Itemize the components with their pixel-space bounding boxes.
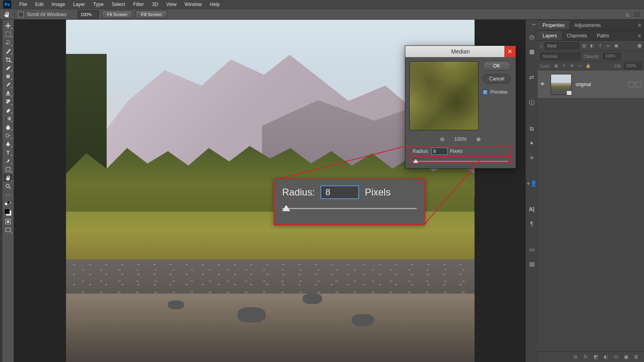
foreground-background-colors[interactable] (4, 208, 12, 217)
filter-adjust-icon[interactable]: ◐ (589, 43, 595, 49)
slider-thumb-icon[interactable] (413, 158, 418, 163)
filter-shape-icon[interactable]: ▭ (605, 43, 611, 49)
info-panel-icon[interactable]: ⓘ (528, 99, 535, 107)
menu-edit[interactable]: Edit (31, 2, 47, 7)
zoom-tool[interactable] (4, 183, 12, 190)
filter-vis-icon[interactable] (636, 82, 642, 87)
menu-view[interactable]: View (162, 2, 181, 7)
fit-screen-button[interactable]: Fit Screen (102, 10, 132, 19)
adjustment-layer-icon[interactable]: ◐ (604, 354, 610, 360)
workspace-switcher-button[interactable] (633, 11, 642, 18)
brush-tool[interactable] (4, 81, 12, 88)
swatches-panel-icon[interactable]: ▦ (528, 48, 535, 55)
opacity-input[interactable]: 100% (603, 53, 621, 60)
menu-filter[interactable]: Filter (129, 2, 148, 7)
tab-channels[interactable]: Channels (562, 31, 592, 40)
menu-help[interactable]: Help (206, 2, 224, 7)
smart-filter-badge-icon[interactable] (629, 82, 634, 87)
radius-input[interactable] (431, 148, 448, 155)
group-icon[interactable]: 🗀 (614, 354, 620, 360)
layer-row[interactable]: 👁 original (538, 70, 644, 99)
shape-tool[interactable] (4, 166, 12, 173)
screenmode-tool[interactable] (4, 226, 12, 234)
fill-screen-button[interactable]: Fill Screen (136, 10, 167, 19)
marquee-tool[interactable] (4, 31, 12, 38)
type-tool[interactable]: T (4, 149, 12, 156)
radius-slider[interactable] (409, 158, 512, 163)
search-icon[interactable]: ⌕ (626, 11, 630, 18)
lock-transparent-icon[interactable]: ▦ (553, 63, 559, 69)
gradient-tool[interactable] (4, 115, 12, 122)
lock-position-icon[interactable]: ✥ (569, 63, 575, 69)
pen-tool[interactable] (4, 140, 12, 148)
filter-preview-thumbnail[interactable] (409, 61, 479, 130)
menu-type[interactable]: Type (89, 2, 107, 7)
layer-name[interactable]: original (576, 82, 591, 87)
tab-layers[interactable]: Layers (538, 31, 562, 40)
notes-panel-icon[interactable]: ▤ (528, 260, 535, 267)
quickmask-tool[interactable] (4, 218, 12, 225)
dodge-tool[interactable] (4, 132, 12, 139)
dialog-titlebar[interactable]: Median ✕ (405, 46, 516, 57)
cancel-button[interactable]: Cancel (483, 74, 511, 84)
blend-mode-select[interactable]: Normal (540, 53, 580, 60)
tab-properties[interactable]: Properties (538, 21, 570, 30)
fill-input[interactable]: 100% (624, 63, 642, 69)
filter-toggle[interactable] (638, 44, 642, 48)
lock-pixels-icon[interactable]: ✎ (561, 63, 567, 69)
actions-panel-icon[interactable]: ≡ (528, 154, 535, 161)
eraser-tool[interactable] (4, 107, 12, 114)
eyedropper-tool[interactable] (4, 64, 12, 72)
menu-image[interactable]: Image (47, 2, 69, 7)
add-user-icon[interactable]: +👤 (528, 180, 535, 187)
history-panel-icon[interactable]: ◷ (528, 33, 535, 41)
history-brush-tool[interactable] (4, 98, 12, 105)
menu-file[interactable]: File (15, 2, 31, 7)
scroll-all-checkbox[interactable] (18, 12, 24, 17)
heal-tool[interactable] (4, 73, 12, 80)
ok-button[interactable]: OK (483, 61, 511, 71)
fx-icon[interactable]: fx (584, 354, 590, 360)
clone-panel-icon[interactable]: ⧉ (528, 125, 535, 132)
preview-checkbox[interactable] (483, 90, 488, 95)
mask-icon[interactable]: ◩ (594, 354, 600, 360)
callout-slider-thumb-icon[interactable] (282, 204, 290, 211)
menu-window[interactable]: Window (181, 2, 206, 7)
stamp-tool[interactable] (4, 90, 12, 97)
lasso-tool[interactable] (4, 39, 12, 46)
menu-layer[interactable]: Layer (69, 2, 89, 7)
character-panel-icon[interactable]: A| (528, 206, 535, 213)
zoom-in-icon[interactable]: ⊕ (476, 136, 481, 142)
tab-paths[interactable]: Paths (592, 31, 614, 40)
hand-tool[interactable] (4, 174, 12, 181)
edit-toolbar[interactable]: ⋯ (4, 191, 12, 198)
paragraph-panel-icon[interactable]: ¶ (528, 220, 535, 227)
menu-3d[interactable]: 3D (148, 2, 162, 7)
layer-thumbnail[interactable] (551, 74, 572, 95)
filter-type-icon[interactable]: T (597, 43, 603, 49)
new-layer-icon[interactable]: ▣ (624, 354, 630, 360)
color-swap-icon[interactable] (4, 200, 12, 207)
menu-select[interactable]: Select (107, 2, 129, 7)
wand-tool[interactable] (4, 47, 12, 55)
callout-slider[interactable] (282, 208, 417, 209)
panel-menu-icon[interactable]: ≡ (635, 21, 644, 30)
callout-radius-input[interactable] (320, 185, 359, 199)
zoom-level-input[interactable]: 100% (78, 10, 99, 19)
path-tool[interactable] (4, 157, 12, 165)
tool-presets-icon[interactable]: ✦ (528, 140, 535, 147)
brushes-panel-icon[interactable]: ⇄ (528, 74, 535, 81)
filter-smart-icon[interactable]: ▣ (613, 43, 619, 49)
libraries-panel-icon[interactable]: ▭ (528, 246, 535, 253)
zoom-out-icon[interactable]: ⊖ (440, 136, 445, 142)
tab-adjustments[interactable]: Adjustments (570, 21, 606, 30)
layers-panel-menu-icon[interactable]: ≡ (635, 31, 644, 40)
expand-strip-icon[interactable]: ▸▸ (526, 22, 538, 26)
link-layers-icon[interactable]: ⧉ (574, 354, 580, 360)
visibility-icon[interactable]: 👁 (540, 81, 547, 88)
lock-artboard-icon[interactable]: ▭ (577, 63, 583, 69)
filter-pixel-icon[interactable]: ▧ (581, 43, 587, 49)
lock-all-icon[interactable]: 🔒 (585, 63, 591, 69)
move-tool[interactable] (4, 22, 12, 29)
blur-tool[interactable] (4, 123, 12, 131)
